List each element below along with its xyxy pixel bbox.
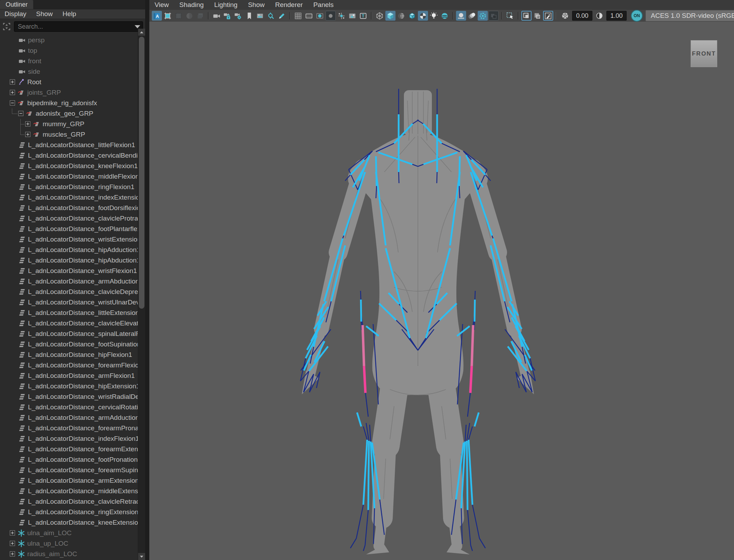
viewport-menu-shading[interactable]: Shading <box>179 1 204 9</box>
expand-collapse-all-icon[interactable] <box>1 21 12 32</box>
tree-row-bipedmike_rig_adonisfx[interactable]: bipedmike_rig_adonisfx <box>0 98 138 108</box>
film-gate-button[interactable] <box>304 11 314 21</box>
tree-row-L_adnLocatorDistance_hipFlexion1[interactable]: L_adnLocatorDistance_hipFlexion1 <box>0 350 138 360</box>
expand-toggle[interactable] <box>25 132 30 137</box>
image-stack-button[interactable] <box>195 11 205 21</box>
ambient-occlusion-button[interactable] <box>456 11 466 21</box>
search-filter-dropdown-icon[interactable] <box>132 25 143 28</box>
gate-mask-button[interactable] <box>326 11 336 21</box>
anti-aliasing-button[interactable] <box>478 11 488 21</box>
snapshot-back-button[interactable] <box>532 11 542 21</box>
expand-toggle[interactable] <box>10 90 15 95</box>
scroll-down-button[interactable] <box>138 553 145 560</box>
bookmark-button[interactable] <box>244 11 254 21</box>
marquee-button[interactable] <box>173 11 184 21</box>
tree-row-L_adnLocatorDistance_hipAbduction1[interactable]: L_adnLocatorDistance_hipAbduction1 <box>0 255 138 266</box>
tree-row-L_adnLocatorDistance_hipAdduction1[interactable]: L_adnLocatorDistance_hipAdduction1 <box>0 245 138 255</box>
grid-button[interactable] <box>293 11 303 21</box>
tree-row-L_adnLocatorDistance_armAdduction1[interactable]: L_adnLocatorDistance_armAdduction1 <box>0 412 138 423</box>
shaded-cube-button[interactable] <box>385 11 395 21</box>
safe-action-button[interactable] <box>347 11 357 21</box>
viewport-canvas[interactable]: FRONT <box>149 22 734 560</box>
tree-row-L_adnLocatorDistance_ringExtension1[interactable]: L_adnLocatorDistance_ringExtension1 <box>0 507 138 517</box>
tree-row-L_adnLocatorDistance_kneeExtension1[interactable]: L_adnLocatorDistance_kneeExtension1 <box>0 517 138 528</box>
tree-row-L_adnLocatorDistance_hipExtension1[interactable]: L_adnLocatorDistance_hipExtension1 <box>0 381 138 392</box>
tree-row-L_adnLocatorDistance_kneeFlexion1[interactable]: L_adnLocatorDistance_kneeFlexion1 <box>0 161 138 171</box>
expand-toggle[interactable] <box>10 100 15 106</box>
tree-row-L_adnLocatorDistance_littleFlexion1[interactable]: L_adnLocatorDistance_littleFlexion1 <box>0 140 138 150</box>
expand-toggle[interactable] <box>10 79 15 85</box>
color-management-toggle[interactable]: ON <box>631 10 643 22</box>
expand-toggle[interactable] <box>10 541 15 546</box>
tree-row-radius_aim_LOC[interactable]: radius_aim_LOC <box>0 549 138 559</box>
expand-toggle[interactable] <box>25 121 30 127</box>
tree-row-L_adnLocatorDistance_footSupination1[interactable]: L_adnLocatorDistance_footSupination1 <box>0 339 138 350</box>
viewport-menu-panels[interactable]: Panels <box>313 1 334 9</box>
tree-row-L_adnLocatorDistance_armAbduction1[interactable]: L_adnLocatorDistance_armAbduction1 <box>0 276 138 287</box>
tree-row-L_adnLocatorDistance_clavicleDepression1[interactable]: L_adnLocatorDistance_clavicleDepression1 <box>0 287 138 297</box>
outliner-scrollbar[interactable] <box>138 29 145 560</box>
camera-button[interactable] <box>212 11 222 21</box>
tree-row-adonisfx_geo_GRP[interactable]: adonisfx_geo_GRP <box>0 108 138 119</box>
viewport-menu-lighting[interactable]: Lighting <box>214 1 238 9</box>
expand-toggle[interactable] <box>18 111 23 116</box>
viewport-menu-show[interactable]: Show <box>248 1 265 9</box>
tree-row-persp[interactable]: persp <box>0 35 138 45</box>
camera-lock-button[interactable] <box>222 11 233 21</box>
tree-row-L_adnLocatorDistance_forearmFlexion1[interactable]: L_adnLocatorDistance_forearmFlexion1 <box>0 360 138 371</box>
outliner-menu-show[interactable]: Show <box>36 10 53 18</box>
tree-row-L_adnLocatorDistance_forearmExtension1[interactable]: L_adnLocatorDistance_forearmExtension1 <box>0 444 138 454</box>
tree-row-Root[interactable]: Root <box>0 77 138 87</box>
tree-row-side[interactable]: side <box>0 66 138 77</box>
tree-row-L_adnLocatorDistance_indexFlexion1[interactable]: L_adnLocatorDistance_indexFlexion1 <box>0 433 138 444</box>
tree-row-ulna_up_LOC[interactable]: ulna_up_LOC <box>0 538 138 549</box>
tree-row-muscles_GRP[interactable]: muscles_GRP <box>0 129 138 140</box>
tree-row-L_adnLocatorDistance_forearmPronation1[interactable]: L_adnLocatorDistance_forearmPronation1 <box>0 423 138 433</box>
camera-gear-button[interactable] <box>233 11 243 21</box>
exposure-field[interactable] <box>572 11 592 21</box>
panel-divider[interactable] <box>145 0 149 560</box>
tree-row-L_adnLocatorDistance_clavicleRetraction1[interactable]: L_adnLocatorDistance_clavicleRetraction1 <box>0 496 138 507</box>
default-material-button[interactable] <box>418 11 428 21</box>
tree-row-L_adnLocatorDistance_clavicleElevation1[interactable]: L_adnLocatorDistance_clavicleElevation1 <box>0 318 138 329</box>
shaded-sphere-button[interactable] <box>184 11 194 21</box>
snapshot-pen-button[interactable] <box>543 11 553 21</box>
scroll-up-button[interactable] <box>138 29 145 36</box>
expand-toggle[interactable] <box>10 530 15 536</box>
expand-toggle[interactable] <box>10 551 15 557</box>
depth-of-field-button[interactable] <box>489 11 499 21</box>
lighting-button[interactable] <box>429 11 439 21</box>
viewport-menu-renderer[interactable]: Renderer <box>275 1 303 9</box>
tree-row-L_adnLocatorDistance_ringFlexion1[interactable]: L_adnLocatorDistance_ringFlexion1 <box>0 182 138 192</box>
field-chart-button[interactable] <box>336 11 347 21</box>
safe-title-button[interactable]: T <box>358 11 368 21</box>
wireframe-on-shaded-button[interactable] <box>407 11 417 21</box>
tree-row-L_adnLocatorDistance_spinalLateralFlexion1[interactable]: L_adnLocatorDistance_spinalLateralFlexio… <box>0 329 138 339</box>
tree-row-L_adnLocatorDistance_wristExtension1[interactable]: L_adnLocatorDistance_wristExtension1 <box>0 234 138 245</box>
tree-row-L_adnLocatorDistance_forearmSupination1[interactable]: L_adnLocatorDistance_forearmSupination1 <box>0 465 138 475</box>
search-input[interactable] <box>14 23 132 30</box>
tree-row-L_adnLocatorDistance_littleExtension1[interactable]: L_adnLocatorDistance_littleExtension1 <box>0 308 138 318</box>
grease-pencil-button[interactable] <box>277 11 287 21</box>
tree-row-L_adnLocatorDistance_wristFlexion1[interactable]: L_adnLocatorDistance_wristFlexion1 <box>0 266 138 276</box>
tree-row-L_adnLocatorDistance_footDorsiflexion1[interactable]: L_adnLocatorDistance_footDorsiflexion1 <box>0 203 138 213</box>
axis-view-label[interactable]: FRONT <box>691 40 717 67</box>
camera-frame-button[interactable] <box>163 11 173 21</box>
resolution-gate-button[interactable] <box>315 11 325 21</box>
tree-row-front[interactable]: front <box>0 56 138 66</box>
shadows-button[interactable] <box>440 11 450 21</box>
isolate-select-button[interactable] <box>505 11 515 21</box>
outliner-tab[interactable]: Outliner <box>0 0 33 9</box>
tree-row-top[interactable]: top <box>0 45 138 56</box>
image-plane-button[interactable] <box>255 11 265 21</box>
motion-blur-button[interactable] <box>467 11 477 21</box>
wireframe-cube-button[interactable] <box>375 11 385 21</box>
tree-row-ulna_aim_LOC[interactable]: ulna_aim_LOC <box>0 528 138 538</box>
textured-sphere-button[interactable] <box>396 11 406 21</box>
tree-row-L_adnLocatorDistance_middleExtension11[interactable]: L_adnLocatorDistance_middleExtension11 <box>0 486 138 496</box>
tree-row-L_adnLocatorDistance_middleFlexion1[interactable]: L_adnLocatorDistance_middleFlexion1 <box>0 171 138 182</box>
tree-row-L_adnLocatorDistance_armExtension1[interactable]: L_adnLocatorDistance_armExtension1 <box>0 475 138 486</box>
gamma-field[interactable] <box>606 11 627 21</box>
tree-row-L_adnLocatorDistance_clavicleProtraction1[interactable]: L_adnLocatorDistance_clavicleProtraction… <box>0 213 138 224</box>
snapshot-front-button[interactable] <box>521 11 532 21</box>
